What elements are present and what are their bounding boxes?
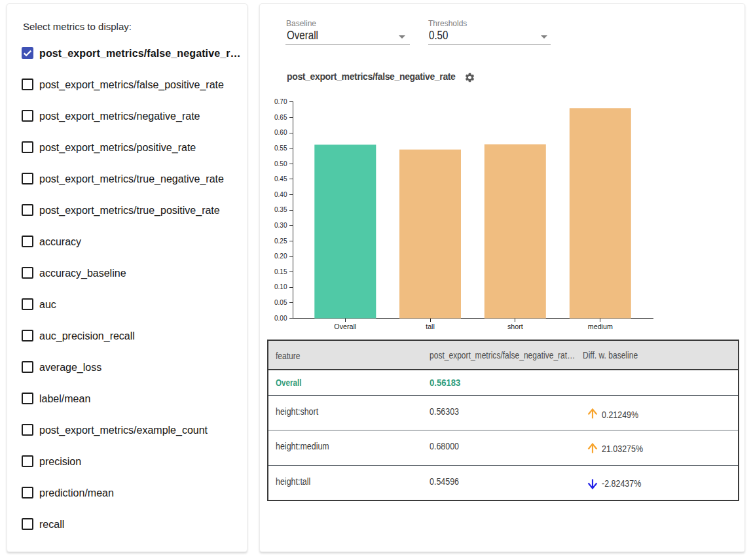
svg-text:0.55: 0.55	[274, 145, 287, 152]
svg-text:0.30: 0.30	[274, 222, 287, 229]
svg-text:0.10: 0.10	[274, 283, 287, 290]
svg-text:0.00: 0.00	[274, 315, 287, 322]
svg-text:0.45: 0.45	[274, 175, 287, 183]
svg-text:tall: tall	[426, 323, 435, 330]
svg-text:Overall: Overall	[334, 323, 356, 330]
svg-text:0.70: 0.70	[274, 98, 287, 105]
svg-text:0.25: 0.25	[274, 237, 287, 245]
svg-text:0.65: 0.65	[274, 114, 287, 121]
svg-text:0.20: 0.20	[274, 253, 287, 260]
svg-text:0.05: 0.05	[274, 299, 287, 306]
svg-text:0.15: 0.15	[274, 268, 287, 275]
svg-text:short: short	[507, 323, 523, 330]
svg-text:0.60: 0.60	[274, 129, 287, 136]
svg-text:0.35: 0.35	[274, 206, 287, 213]
svg-text:0.40: 0.40	[274, 191, 287, 198]
svg-text:medium: medium	[588, 323, 613, 330]
svg-text:0.50: 0.50	[274, 160, 287, 167]
